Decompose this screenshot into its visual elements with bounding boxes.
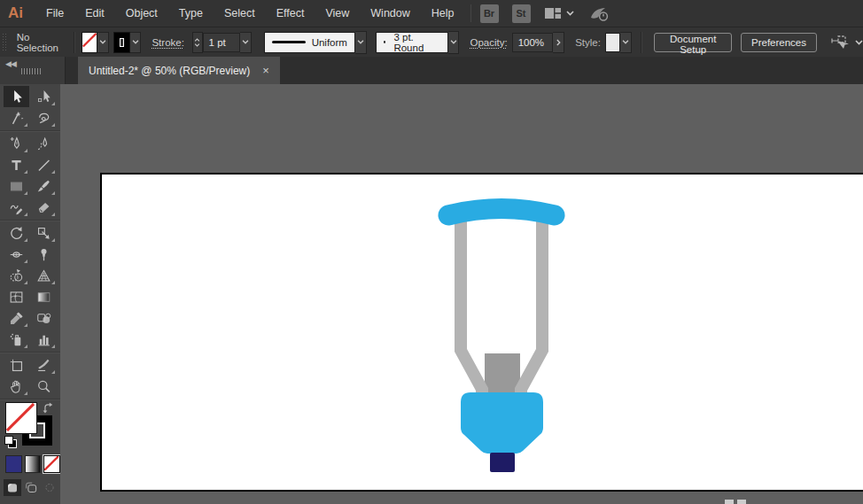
tool-eyedropper[interactable] bbox=[4, 307, 29, 329]
draw-modes-row bbox=[0, 477, 60, 496]
swap-fill-stroke-icon[interactable] bbox=[42, 401, 54, 417]
share-power-button[interactable] bbox=[588, 5, 610, 22]
curvature-icon bbox=[35, 136, 52, 152]
opacity-dropdown[interactable] bbox=[553, 32, 564, 53]
crutch-left-leg[interactable] bbox=[455, 221, 488, 396]
tool-direct-selection[interactable] bbox=[31, 86, 57, 107]
stock-button[interactable]: St bbox=[512, 4, 531, 23]
width-profile-chevron[interactable] bbox=[355, 31, 367, 54]
crutch-underarm-pad[interactable] bbox=[448, 209, 555, 216]
gradient-fill-button[interactable] bbox=[25, 455, 42, 473]
tool-slice[interactable] bbox=[31, 354, 57, 376]
graphic-style-swatch[interactable] bbox=[605, 33, 620, 52]
stroke-color-swatch[interactable] bbox=[113, 32, 129, 53]
color-fill-button[interactable] bbox=[5, 455, 22, 473]
tool-hand[interactable] bbox=[4, 376, 29, 397]
default-fill-stroke-icon[interactable] bbox=[4, 436, 17, 448]
tool-zoom[interactable] bbox=[31, 376, 57, 397]
tool-shape-builder[interactable] bbox=[4, 265, 29, 286]
menu-item-file[interactable]: File bbox=[35, 0, 74, 27]
tool-curvature[interactable] bbox=[31, 133, 57, 154]
illustrator-window: Ai FileEditObjectTypeSelectEffectViewWin… bbox=[0, 0, 863, 504]
draw-inside-button[interactable] bbox=[41, 479, 58, 496]
rectangle-icon bbox=[8, 178, 25, 195]
tool-magic-wand[interactable] bbox=[4, 107, 29, 128]
tool-eraser[interactable] bbox=[31, 197, 57, 218]
stroke-weight-field[interactable]: 1 pt bbox=[203, 33, 240, 52]
menu-item-view[interactable]: View bbox=[315, 0, 360, 27]
tool-line-segment[interactable] bbox=[31, 154, 57, 175]
document-setup-button[interactable]: Document Setup bbox=[654, 33, 732, 52]
none-fill-icon bbox=[6, 403, 35, 431]
document-tab[interactable]: Untitled-2* @ 50% (RGB/Preview) × bbox=[78, 57, 280, 84]
fill-color-swatch[interactable] bbox=[82, 32, 97, 53]
menu-bar: Ai FileEditObjectTypeSelectEffectViewWin… bbox=[0, 0, 863, 27]
menu-item-object[interactable]: Object bbox=[115, 0, 168, 27]
fill-color-dropdown[interactable] bbox=[97, 32, 109, 53]
tool-lasso[interactable] bbox=[31, 107, 57, 128]
tab-close-icon[interactable]: × bbox=[262, 65, 269, 76]
opacity-label[interactable]: Opacity: bbox=[470, 37, 507, 48]
menu-item-type[interactable]: Type bbox=[168, 0, 214, 27]
menubar-divider bbox=[470, 4, 471, 22]
stroke-weight-stepper[interactable] bbox=[192, 32, 203, 53]
workspace-layout-button[interactable] bbox=[544, 6, 574, 20]
collapse-panel-icon[interactable]: ◀◀ bbox=[5, 59, 16, 68]
cutoff-ui-fragment bbox=[737, 500, 746, 504]
brush-definition-dropdown[interactable]: 3 pt. Round bbox=[376, 32, 448, 53]
crutch-tip[interactable] bbox=[490, 453, 515, 472]
width-profile-dropdown[interactable]: Uniform bbox=[264, 32, 355, 53]
canvas-area[interactable] bbox=[60, 84, 863, 504]
tool-scale[interactable] bbox=[31, 222, 57, 244]
menu-item-effect[interactable]: Effect bbox=[266, 0, 315, 27]
crutch-grip[interactable] bbox=[461, 392, 543, 454]
none-fill-icon bbox=[82, 33, 97, 47]
panel-grip[interactable] bbox=[21, 68, 43, 74]
tab-bar: ◀◀ Untitled-2* @ 50% (RGB/Preview) × bbox=[0, 57, 863, 85]
fill-indicator[interactable] bbox=[5, 402, 37, 434]
menu-item-help[interactable]: Help bbox=[421, 0, 465, 27]
control-bar-grip[interactable] bbox=[2, 33, 8, 52]
tool-artboard[interactable] bbox=[4, 354, 29, 376]
divider bbox=[641, 32, 641, 53]
tool-mesh[interactable] bbox=[4, 286, 29, 307]
tool-blend[interactable] bbox=[31, 307, 57, 329]
eraser-icon bbox=[35, 199, 52, 216]
graphic-style-dropdown[interactable] bbox=[620, 32, 632, 53]
crutch-center-post[interactable] bbox=[485, 353, 520, 393]
cutoff-ui-fragment bbox=[725, 500, 734, 504]
tool-shaper[interactable] bbox=[4, 197, 29, 218]
tool-pen[interactable] bbox=[4, 133, 29, 154]
paintbrush-icon bbox=[35, 178, 52, 195]
tool-gradient[interactable] bbox=[31, 286, 57, 307]
select-similar-objects-button[interactable] bbox=[830, 35, 863, 50]
tool-rectangle[interactable] bbox=[4, 175, 29, 197]
tool-selection[interactable] bbox=[4, 86, 29, 107]
tool-symbol-sprayer[interactable] bbox=[4, 329, 29, 350]
opacity-field[interactable]: 100% bbox=[512, 33, 554, 52]
brush-definition-chevron[interactable] bbox=[448, 31, 460, 54]
tool-group bbox=[0, 353, 60, 399]
menu-item-edit[interactable]: Edit bbox=[74, 0, 115, 27]
draw-normal-button[interactable] bbox=[4, 479, 21, 496]
stroke-weight-dropdown[interactable] bbox=[240, 32, 252, 53]
tool-paintbrush[interactable] bbox=[31, 175, 57, 197]
none-fill-button[interactable] bbox=[43, 455, 60, 473]
tool-type[interactable] bbox=[4, 154, 29, 175]
menu-item-select[interactable]: Select bbox=[214, 0, 266, 27]
width-icon bbox=[8, 246, 25, 263]
bridge-button[interactable]: Br bbox=[480, 4, 499, 23]
tool-group bbox=[0, 84, 60, 131]
tool-rotate[interactable] bbox=[4, 222, 29, 244]
tool-column-graph[interactable] bbox=[31, 329, 57, 350]
magic-wand-icon bbox=[8, 110, 25, 127]
draw-behind-button[interactable] bbox=[22, 479, 40, 496]
tool-puppet-warp[interactable] bbox=[31, 244, 57, 265]
stroke-color-dropdown[interactable] bbox=[130, 32, 142, 53]
tool-width[interactable] bbox=[4, 244, 29, 265]
preferences-button[interactable]: Preferences bbox=[741, 33, 817, 52]
stroke-weight-label[interactable]: Stroke: bbox=[152, 37, 183, 48]
tool-perspective-grid[interactable] bbox=[31, 265, 57, 286]
menu-item-window[interactable]: Window bbox=[360, 0, 420, 27]
app-logo-icon: Ai bbox=[8, 4, 23, 22]
